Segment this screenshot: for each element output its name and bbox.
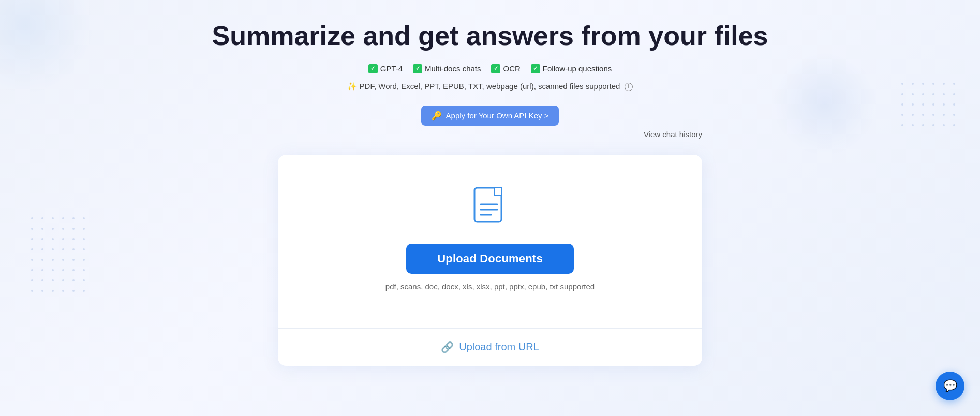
feature-multi-docs: ✓ Multi-docs chats bbox=[413, 64, 481, 73]
formats-line: ✨ PDF, Word, Excel, PPT, EPUB, TXT, webp… bbox=[347, 82, 632, 91]
url-upload-label: Upload from URL bbox=[459, 341, 539, 353]
feature-gpt4-label: GPT-4 bbox=[380, 64, 403, 73]
check-icon-multi-docs: ✓ bbox=[413, 64, 422, 73]
formats-text: ✨ PDF, Word, Excel, PPT, EPUB, TXT, webp… bbox=[347, 82, 620, 91]
url-upload-row[interactable]: 🔗 Upload from URL bbox=[420, 329, 560, 366]
upload-panel: Upload Documents pdf, scans, doc, docx, … bbox=[278, 155, 702, 366]
api-icon: 🔑 bbox=[432, 111, 442, 121]
api-key-label: Apply for Your Own API Key > bbox=[446, 111, 549, 120]
page-container: Summarize and get answers from your file… bbox=[0, 0, 980, 366]
link-icon: 🔗 bbox=[441, 341, 454, 353]
document-icon bbox=[471, 186, 509, 227]
feature-followup: ✓ Follow-up questions bbox=[531, 64, 612, 73]
check-icon-gpt4: ✓ bbox=[368, 64, 378, 73]
document-icon-wrapper bbox=[471, 186, 509, 229]
svg-rect-1 bbox=[494, 188, 501, 195]
supported-formats-text: pdf, scans, doc, docx, xls, xlsx, ppt, p… bbox=[385, 282, 595, 291]
page-title: Summarize and get answers from your file… bbox=[212, 21, 768, 52]
panel-wrapper: View chat history bbox=[278, 155, 702, 366]
chat-bubble-button[interactable]: 💬 bbox=[936, 372, 964, 400]
chat-bubble-icon: 💬 bbox=[943, 379, 957, 393]
feature-ocr: ✓ OCR bbox=[491, 64, 520, 73]
check-icon-followup: ✓ bbox=[531, 64, 540, 73]
chat-history-link[interactable]: View chat history bbox=[644, 130, 702, 139]
feature-followup-label: Follow-up questions bbox=[543, 64, 612, 73]
feature-ocr-label: OCR bbox=[503, 64, 520, 73]
api-key-button[interactable]: 🔑 Apply for Your Own API Key > bbox=[421, 106, 559, 126]
features-row: ✓ GPT-4 ✓ Multi-docs chats ✓ OCR ✓ Follo… bbox=[368, 64, 612, 73]
upload-documents-button[interactable]: Upload Documents bbox=[406, 244, 574, 274]
feature-gpt4: ✓ GPT-4 bbox=[368, 64, 403, 73]
feature-multi-docs-label: Multi-docs chats bbox=[425, 64, 481, 73]
info-icon[interactable]: i bbox=[625, 83, 633, 91]
upload-content: Upload Documents pdf, scans, doc, docx, … bbox=[365, 155, 615, 311]
check-icon-ocr: ✓ bbox=[491, 64, 500, 73]
